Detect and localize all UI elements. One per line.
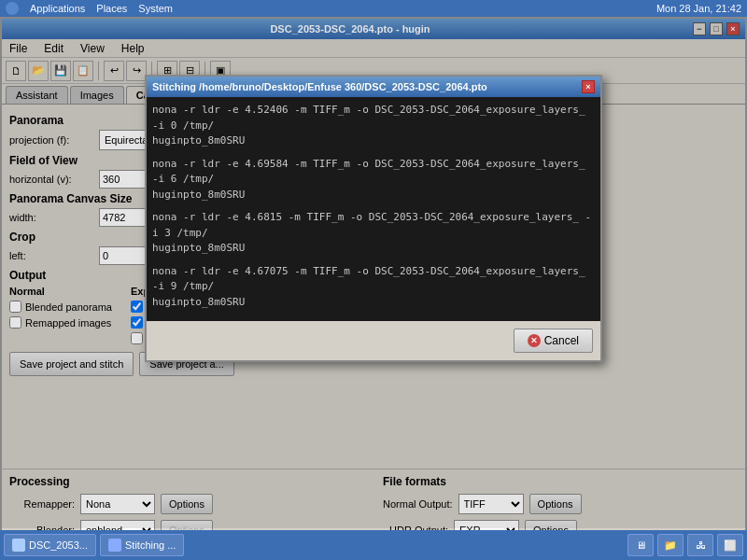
modal-close-button[interactable]: × (582, 80, 595, 93)
hugin-task-icon (12, 539, 25, 552)
folder-icon: 📁 (664, 539, 677, 552)
applications-menu[interactable]: Applications (30, 3, 85, 14)
cancel-icon: ✕ (528, 334, 541, 347)
taskbar-stitching[interactable]: Stitching ... (100, 534, 184, 556)
log-line-4: nona -r ldr -e 4.67075 -m TIFF_m -o DSC_… (152, 264, 595, 311)
monitor-icon: 🖥 (636, 539, 646, 551)
system-bar: Applications Places System Mon 28 Jan, 2… (0, 0, 747, 17)
hugin-task-label: DSC_2053... (29, 539, 88, 551)
main-window: DSC_2053-DSC_2064.pto - hugin − □ × File… (0, 17, 747, 560)
taskbar-hugin[interactable]: DSC_2053... (4, 534, 96, 556)
log-line-3: nona -r ldr -e 4.6815 -m TIFF_m -o DSC_2… (152, 210, 595, 257)
stitching-task-icon (108, 539, 121, 552)
taskbar-network[interactable]: 🖧 (687, 534, 713, 556)
modal-content: nona -r ldr -e 4.52406 -m TIFF_m -o DSC_… (147, 97, 600, 321)
stitching-task-label: Stitching ... (125, 539, 176, 551)
datetime: Mon 28 Jan, 21:42 (656, 3, 741, 14)
cancel-button[interactable]: ✕ Cancel (514, 329, 593, 353)
modal-overlay: Stitching /home/bruno/Desktop/Enfuse 360… (2, 19, 745, 528)
log-line-2: nona -r ldr -e 4.69584 -m TIFF_m -o DSC_… (152, 157, 595, 203)
modal-footer: ✕ Cancel (147, 321, 600, 360)
modal-title: Stitching /home/bruno/Desktop/Enfuse 360… (152, 81, 582, 92)
taskbar-monitor[interactable]: 🖥 (627, 534, 654, 556)
desktop-icon: ⬜ (724, 539, 737, 552)
stitching-dialog: Stitching /home/bruno/Desktop/Enfuse 360… (145, 75, 602, 362)
places-menu[interactable]: Places (96, 3, 127, 14)
modal-title-bar: Stitching /home/bruno/Desktop/Enfuse 360… (147, 77, 600, 97)
system-logo (6, 2, 19, 15)
taskbar: DSC_2053... Stitching ... 🖥 📁 🖧 ⬜ (0, 530, 747, 560)
taskbar-desktop[interactable]: ⬜ (717, 534, 743, 556)
log-line-1: nona -r ldr -e 4.52406 -m TIFF_m -o DSC_… (152, 103, 595, 149)
taskbar-folder[interactable]: 📁 (657, 534, 684, 556)
system-menu[interactable]: System (138, 3, 173, 14)
network-icon: 🖧 (696, 539, 706, 551)
cancel-label: Cancel (544, 334, 579, 347)
